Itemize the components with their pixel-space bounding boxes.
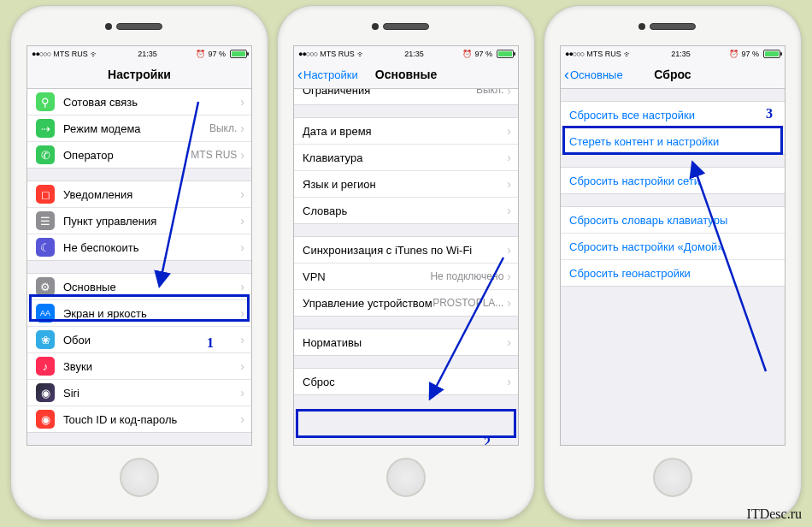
step-2-num: 2 [484,435,491,446]
home-button[interactable] [386,458,426,497]
signal-icon: ●●○○○ [32,50,50,58]
chevron-right-icon: › [240,121,244,135]
chevron-right-icon: › [240,386,244,400]
home-button[interactable] [653,458,692,497]
row-device-mgmt[interactable]: Управление устройствомPROSTOPLA...› [294,289,518,316]
home-button[interactable] [120,458,159,497]
siri-icon: ◉ [36,383,55,402]
fingerprint-icon: ◉ [36,410,55,429]
row-control-center[interactable]: ☰ Пункт управления › [27,207,251,234]
row-siri[interactable]: ◉ Siri › [27,379,251,406]
chevron-right-icon: › [507,296,511,310]
signal-icon: ●●○○○ [565,50,584,58]
status-bar: ●●○○○ MTS RUS ᯤ 21:35 ⏰ 97 % [27,46,251,61]
row-erase-content[interactable]: Стереть контент и настройки [561,127,785,154]
chevron-right-icon: › [240,306,244,320]
step-3-num: 3 [766,106,773,121]
row-sounds[interactable]: ♪ Звуки › [27,352,251,379]
chevron-right-icon: › [507,204,511,217]
row-keyboard[interactable]: Клавиатура› [294,144,518,170]
sound-icon: ♪ [36,357,55,376]
clock: 21:35 [138,50,157,58]
camera-dot [105,23,112,30]
row-reset-keyboard[interactable]: Сбросить словарь клавиатуры [561,207,785,233]
reset-list[interactable]: Сбросить все настройки Стереть контент и… [561,101,785,287]
screen-1: ●●○○○ MTS RUS ᯤ 21:35 ⏰ 97 % Настройки ⚲ [26,45,252,446]
chevron-right-icon: › [507,151,511,164]
phone-reset: ●●○○○MTS RUSᯤ 21:35 ⏰97 % ‹Основные Сбро… [544,5,802,520]
nav-header: Настройки [27,61,251,89]
chevron-right-icon: › [240,187,244,201]
chevron-right-icon: › [240,148,244,162]
chevron-right-icon: › [507,177,511,191]
display-icon: AA [36,304,55,323]
speaker-slot [650,23,696,30]
row-dictionary[interactable]: Словарь› [294,197,518,223]
row-vpn[interactable]: VPNНе подключено› [294,263,518,289]
alarm-icon: ⏰ [462,50,472,58]
row-datetime[interactable]: Дата и время› [294,118,518,144]
phone-general: ●●○○○MTS RUSᯤ 21:35 ⏰97 % ‹Настройки Осн… [277,5,535,520]
watermark: ITDesc.ru [747,506,802,522]
row-reset-network[interactable]: Сбросить настройки сети [561,168,785,193]
speaker-slot [116,23,162,30]
chevron-right-icon: › [240,333,244,346]
link-icon: ⇢ [36,119,55,138]
chevron-right-icon: › [240,95,244,109]
highlight-reset [296,409,516,438]
row-regulatory[interactable]: Нормативы› [294,329,518,355]
back-button[interactable]: ‹Настройки [297,61,358,88]
chevron-left-icon: ‹ [297,67,303,82]
alarm-icon: ⏰ [729,50,738,58]
chevron-left-icon: ‹ [564,67,569,82]
gear-icon: ⚙ [36,277,55,296]
chevron-right-icon: › [240,240,244,254]
general-list[interactable]: Ограничения Выкл. › Дата и время› Клавиа… [294,89,518,395]
nav-header: ‹Настройки Основные [294,61,518,89]
row-touchid[interactable]: ◉ Touch ID и код-пароль › [27,406,251,432]
wifi-icon: ᯤ [91,50,99,59]
row-hotspot[interactable]: ⇢ Режим модема Выкл. › [27,115,251,141]
row-cellular[interactable]: ⚲ Сотовая связь › [27,89,251,115]
step-1-num: 1 [207,335,214,351]
row-reset-location[interactable]: Сбросить геонастройки [561,259,785,286]
chevron-right-icon: › [507,243,511,257]
wifi-icon: ᯤ [624,50,633,59]
signal-icon: ●●○○○ [298,50,317,58]
chevron-right-icon: › [240,214,244,228]
row-reset-home[interactable]: Сбросить настройки «Домой» [561,233,785,259]
row-dnd[interactable]: ☾ Не беспокоить › [27,234,251,260]
battery-icon [230,50,247,58]
phone-settings: ●●○○○ MTS RUS ᯤ 21:35 ⏰ 97 % Настройки ⚲ [10,5,268,520]
status-bar: ●●○○○MTS RUSᯤ 21:35 ⏰97 % [561,46,785,61]
camera-dot [638,23,645,30]
nav-header: ‹Основные Сброс [561,61,785,89]
back-button[interactable]: ‹Основные [564,61,623,88]
page-title: Сброс [654,68,691,81]
switches-icon: ☰ [36,211,55,230]
row-restrictions[interactable]: Ограничения Выкл. › [294,89,518,104]
moon-icon: ☾ [36,238,55,257]
row-reset[interactable]: Сброс› [294,369,518,394]
alarm-icon: ⏰ [196,50,205,58]
settings-list[interactable]: ⚲ Сотовая связь › ⇢ Режим модема Выкл. ›… [27,89,251,433]
row-carrier[interactable]: ✆ Оператор MTS RUS › [27,141,251,168]
chevron-right-icon: › [507,89,511,98]
row-general[interactable]: ⚙ Основные › [27,274,251,299]
row-notifications[interactable]: ◻ Уведомления › [27,181,251,207]
row-language[interactable]: Язык и регион› [294,170,518,197]
row-wallpaper[interactable]: ❀ Обои › [27,326,251,352]
screen-2: ●●○○○MTS RUSᯤ 21:35 ⏰97 % ‹Настройки Осн… [293,45,519,446]
battery-icon [497,50,514,58]
phone-icon: ✆ [36,145,55,164]
page-title: Основные [375,68,438,81]
chevron-right-icon: › [240,412,244,426]
wallpaper-icon: ❀ [36,330,55,349]
chevron-right-icon: › [240,359,244,373]
chevron-right-icon: › [507,269,511,283]
chevron-right-icon: › [507,335,511,349]
row-itunes-wifi[interactable]: Синхронизация с iTunes по Wi-Fi› [294,237,518,263]
battery-pct: 97 % [208,50,226,58]
row-reset-all[interactable]: Сбросить все настройки [561,102,785,127]
row-display[interactable]: AA Экран и яркость › [27,299,251,326]
